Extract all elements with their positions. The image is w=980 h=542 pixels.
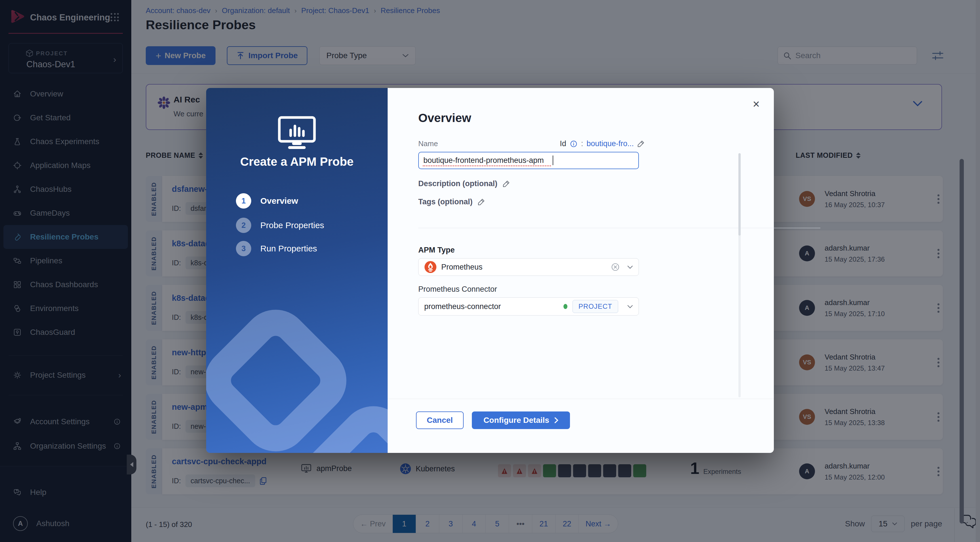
- text-cursor: [553, 156, 553, 165]
- apm-type-label: APM Type: [418, 246, 455, 255]
- connector-scope-badge: PROJECT: [573, 300, 618, 313]
- chevron-down-icon: [627, 265, 633, 269]
- connector-label: Prometheus Connector: [418, 285, 497, 294]
- probe-id-value: boutique-fro...: [586, 139, 634, 148]
- connector-status-dot: [563, 304, 567, 309]
- tags-label: Tags (optional): [418, 198, 485, 206]
- description-label: Description (optional): [418, 179, 510, 188]
- step-run-properties[interactable]: 3 Run Properties: [236, 241, 317, 256]
- prometheus-icon: [424, 261, 437, 273]
- modal-heading: Overview: [418, 111, 471, 125]
- step-probe-properties[interactable]: 2 Probe Properties: [236, 218, 324, 233]
- watermark-logo: [206, 254, 388, 453]
- divider: [388, 399, 774, 399]
- edit-pencil-icon[interactable]: [503, 180, 510, 188]
- modal-right-panel: × Overview Name Id : boutique-fro... Des…: [388, 88, 774, 453]
- apm-type-select[interactable]: Prometheus: [418, 258, 639, 276]
- prometheus-connector-select[interactable]: prometheus-connector PROJECT: [418, 297, 639, 316]
- info-icon: [570, 140, 578, 148]
- modal-left-panel: Create a APM Probe 1 Overview 2 Probe Pr…: [206, 88, 388, 453]
- clear-icon[interactable]: [611, 263, 620, 271]
- modal-title: Create a APM Probe: [206, 155, 388, 169]
- probe-name-input[interactable]: [418, 152, 639, 169]
- configure-details-button[interactable]: Configure Details: [472, 411, 570, 429]
- form-scrollbar-thumb[interactable]: [738, 153, 741, 236]
- step-overview[interactable]: 1 Overview: [236, 193, 298, 209]
- chevron-down-icon: [627, 305, 633, 308]
- cancel-button[interactable]: Cancel: [416, 411, 464, 429]
- chevron-right-icon: [554, 417, 558, 423]
- create-apm-probe-modal: Create a APM Probe 1 Overview 2 Probe Pr…: [206, 88, 774, 453]
- close-icon[interactable]: ×: [752, 98, 760, 110]
- name-label: Name: [418, 139, 438, 148]
- edit-pencil-icon[interactable]: [477, 198, 485, 206]
- edit-pencil-icon[interactable]: [637, 140, 644, 148]
- name-field-wrap: [418, 152, 639, 169]
- spellcheck-underline: [423, 166, 551, 166]
- apm-type-value: Prometheus: [441, 263, 483, 271]
- connector-value: prometheus-connector: [424, 302, 501, 311]
- probe-id-group: Id : boutique-fro...: [560, 139, 644, 148]
- apm-monitor-icon: [277, 115, 317, 150]
